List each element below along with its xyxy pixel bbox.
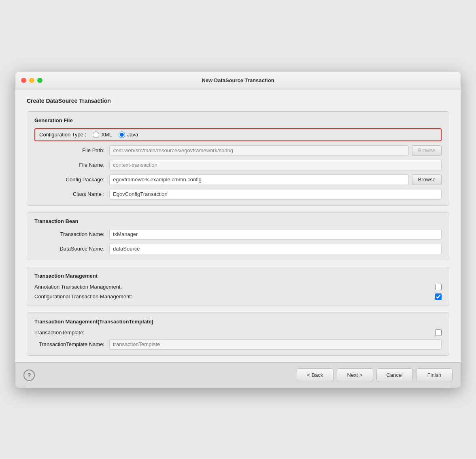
footer-buttons: < Back Next > Cancel Finish <box>297 368 453 382</box>
window: New DataSource Transaction Create DataSo… <box>15 72 461 388</box>
class-name-row: Class Name : <box>34 189 442 200</box>
datasource-name-label: DataSource Name: <box>34 246 109 252</box>
file-name-row: File Name: <box>34 160 442 170</box>
config-type-row: Configuration Type : XML Java <box>34 128 442 141</box>
config-package-input-group: Browse <box>109 174 442 185</box>
file-path-row: File Path: Browse <box>34 145 442 156</box>
java-radio[interactable] <box>119 132 125 138</box>
transaction-name-label: Transaction Name: <box>34 231 109 237</box>
transaction-template-title: Transaction Management(TransactionTempla… <box>34 319 442 325</box>
file-path-input-group: Browse <box>109 145 442 156</box>
template-name-input[interactable] <box>109 339 442 350</box>
config-package-input[interactable] <box>109 174 409 185</box>
datasource-name-input[interactable] <box>109 244 442 254</box>
template-checkbox[interactable] <box>435 329 442 336</box>
transaction-name-row: Transaction Name: <box>34 229 442 240</box>
annotation-row: Annotation Transaction Management: <box>34 284 442 290</box>
transaction-management-section: Transaction Management Annotation Transa… <box>27 267 449 306</box>
configurational-label: Configurational Transaction Management: <box>34 293 435 300</box>
config-package-row: Config Package: Browse <box>34 174 442 185</box>
annotation-label: Annotation Transaction Management: <box>34 284 435 290</box>
main-content: Create DataSource Transaction Generation… <box>15 89 461 362</box>
next-button[interactable]: Next > <box>337 368 373 382</box>
xml-label: XML <box>101 132 112 138</box>
template-label: TransactionTemplate: <box>34 329 435 336</box>
class-name-label: Class Name : <box>34 191 109 197</box>
cancel-button[interactable]: Cancel <box>376 368 413 382</box>
config-type-label: Configuration Type : <box>39 132 86 138</box>
xml-radio[interactable] <box>93 132 99 138</box>
close-button[interactable] <box>21 78 26 83</box>
minimize-button[interactable] <box>29 78 34 83</box>
file-name-label: File Name: <box>34 162 109 168</box>
file-name-input[interactable] <box>109 160 442 170</box>
help-button[interactable]: ? <box>23 370 35 381</box>
datasource-name-row: DataSource Name: <box>34 244 442 254</box>
footer: ? < Back Next > Cancel Finish <box>15 362 461 388</box>
generation-file-title: Generation File <box>34 117 442 123</box>
transaction-bean-section: Transaction Bean Transaction Name: DataS… <box>27 212 449 260</box>
page-title: Create DataSource Transaction <box>27 98 449 104</box>
class-name-input[interactable] <box>109 189 442 200</box>
transaction-bean-title: Transaction Bean <box>34 218 442 224</box>
footer-left: ? <box>23 370 35 381</box>
generation-file-section: Generation File Configuration Type : XML… <box>27 111 449 206</box>
file-path-input[interactable] <box>109 145 409 156</box>
titlebar: New DataSource Transaction <box>15 72 461 89</box>
file-path-label: File Path: <box>34 147 109 153</box>
config-type-radio-group: XML Java <box>93 132 138 138</box>
template-name-row: TransactionTemplate Name: <box>34 339 442 350</box>
transaction-name-input[interactable] <box>109 229 442 240</box>
template-name-label: TransactionTemplate Name: <box>34 341 109 347</box>
transaction-template-section: Transaction Management(TransactionTempla… <box>27 312 449 356</box>
config-package-browse-button[interactable]: Browse <box>412 174 442 185</box>
configurational-row: Configurational Transaction Management: <box>34 293 442 300</box>
back-button[interactable]: < Back <box>297 368 333 382</box>
configurational-checkbox[interactable] <box>435 293 442 300</box>
titlebar-buttons <box>21 78 42 83</box>
radio-java[interactable]: Java <box>119 132 138 138</box>
annotation-checkbox[interactable] <box>435 284 442 290</box>
radio-xml[interactable]: XML <box>93 132 112 138</box>
transaction-management-title: Transaction Management <box>34 273 442 279</box>
finish-button[interactable]: Finish <box>416 368 453 382</box>
maximize-button[interactable] <box>37 78 42 83</box>
window-title: New DataSource Transaction <box>202 77 274 83</box>
java-label: Java <box>127 132 138 138</box>
config-package-label: Config Package: <box>34 176 109 183</box>
template-row: TransactionTemplate: <box>34 329 442 336</box>
file-path-browse-button: Browse <box>412 145 442 156</box>
